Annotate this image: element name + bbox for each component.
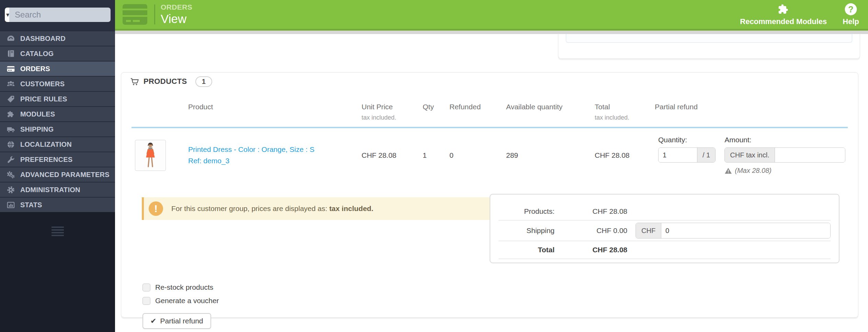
previous-panel-cutoff — [558, 34, 860, 59]
sidebar-menu: DASHBOARD CATALOG ORDERS CUSTOMERS PRICE… — [0, 31, 115, 212]
products-panel-title: PRODUCTS — [144, 77, 187, 86]
dashboard-icon — [5, 34, 16, 43]
sidebar-item-label: CATALOG — [20, 50, 54, 58]
sidebar-item-modules[interactable]: MODULES — [0, 106, 115, 121]
truck-icon — [5, 125, 16, 134]
refund-quantity-block: Quantity: / 1 — [658, 136, 716, 175]
dress-model-image — [140, 141, 160, 169]
help-button[interactable]: ? Help — [843, 3, 859, 26]
bar-chart-icon — [5, 200, 16, 209]
search-caret-icon: ▾ — [6, 11, 9, 19]
tax-warning-alert: ! For this customer group, prices are di… — [142, 197, 490, 220]
products-panel-header: PRODUCTS 1 — [121, 73, 858, 90]
sidebar-item-label: DASHBOARD — [20, 35, 66, 43]
table-header-row: Product Unit Price tax included. Qty Ref… — [132, 90, 848, 128]
refund-options: Re-stock products Generate a voucher — [142, 283, 848, 305]
shipping-currency-addon: CHF — [636, 223, 661, 238]
products-panel: PRODUCTS 1 Product Unit Price tax includ… — [121, 72, 858, 318]
check-icon: ✔ — [150, 317, 157, 325]
refund-amount-addon: CHF tax incl. — [725, 148, 775, 162]
svg-text:?: ? — [848, 4, 853, 14]
sidebar-item-advanced-parameters[interactable]: ADVANCED PARAMETERS — [0, 167, 115, 182]
summary-zone: ! For this customer group, prices are di… — [132, 180, 848, 263]
col-available-quantity: Available quantity — [506, 103, 595, 121]
customers-icon — [5, 79, 16, 88]
voucher-option: Generate a voucher — [142, 297, 848, 305]
sidebar-item-shipping[interactable]: SHIPPING — [0, 121, 115, 136]
col-qty: Qty — [423, 103, 449, 121]
restock-label: Re-stock products — [155, 283, 213, 291]
tag-icon — [5, 95, 16, 103]
book-icon — [5, 49, 16, 58]
qty-value: 1 — [423, 151, 449, 159]
refund-quantity-label: Quantity: — [658, 136, 716, 144]
total-note: tax included. — [595, 114, 655, 121]
voucher-checkbox[interactable] — [142, 297, 150, 305]
refund-amount-group: CHF tax incl. — [724, 147, 845, 163]
product-ref-link[interactable]: Ref: demo_3 — [188, 155, 362, 167]
refund-quantity-input[interactable] — [659, 148, 697, 162]
sidebar-item-label: PRICE RULES — [20, 95, 67, 103]
info-box-cutoff — [566, 34, 852, 43]
sidebar-item-administration[interactable]: ADMINISTRATION — [0, 182, 115, 197]
product-thumbnail[interactable] — [135, 140, 166, 171]
sidebar-item-label: ORDERS — [20, 65, 50, 73]
restock-checkbox[interactable] — [142, 284, 150, 291]
puzzle-icon — [5, 110, 16, 119]
refunded-value: 0 — [449, 151, 506, 159]
product-thumb-cell — [132, 140, 188, 171]
partial-refund-button[interactable]: ✔ Partial refund — [142, 313, 211, 329]
shipping-refund-input[interactable] — [661, 223, 830, 238]
available-quantity-value: 289 — [506, 151, 595, 159]
sidebar-item-preferences[interactable]: PREFERENCES — [0, 152, 115, 167]
sidebar-item-dashboard[interactable]: DASHBOARD — [0, 31, 115, 46]
unit-price-note: tax included. — [362, 114, 423, 121]
gears-icon — [5, 170, 16, 179]
header-actions: Recommended Modules ? Help — [740, 3, 868, 26]
refund-amount-block: Amount: CHF tax incl. (Max 28.08) — [724, 136, 845, 175]
help-icon: ? — [844, 3, 858, 16]
table-row: Printed Dress - Color : Orange, Size : S… — [132, 128, 848, 180]
searchbar: ▾ — [5, 8, 111, 22]
sidebar-item-price-rules[interactable]: PRICE RULES — [0, 91, 115, 106]
credit-card-icon — [5, 64, 16, 73]
sidebar-item-label: STATS — [20, 201, 42, 209]
refund-amount-label: Amount: — [724, 136, 845, 144]
restock-option: Re-stock products — [142, 283, 848, 291]
products-total-value: CHF 28.08 — [555, 207, 627, 215]
sidebar-item-stats[interactable]: STATS — [0, 197, 115, 212]
refund-quantity-max-addon: / 1 — [697, 148, 715, 162]
sidebar-item-catalog[interactable]: CATALOG — [0, 46, 115, 61]
totals-shipping-row: Shipping CHF 0.00 CHF — [499, 221, 831, 241]
search-input[interactable] — [9, 8, 111, 22]
col-thumb — [132, 103, 188, 121]
sidebar-collapse-icon[interactable] — [51, 226, 65, 236]
totals-total-row: Total CHF 28.08 — [499, 241, 831, 259]
sidebar-item-customers[interactable]: CUSTOMERS — [0, 76, 115, 91]
order-totals-box: Products: CHF 28.08 Shipping CHF 0.00 CH… — [490, 194, 840, 263]
unit-price-value: CHF 28.08 — [362, 151, 423, 159]
sidebar-item-label: LOCALIZATION — [20, 141, 72, 148]
recommended-modules-button[interactable]: Recommended Modules — [740, 3, 827, 26]
col-refunded: Refunded — [449, 103, 506, 121]
sidebar-item-label: SHIPPING — [20, 125, 54, 133]
voucher-label: Generate a voucher — [155, 297, 219, 305]
product-name-link[interactable]: Printed Dress - Color : Orange, Size : S — [188, 144, 362, 155]
totals-products-row: Products: CHF 28.08 — [499, 203, 831, 221]
header-title-block: ORDERS View — [161, 3, 192, 26]
shipping-label: Shipping — [499, 226, 555, 235]
total-value: CHF 28.08 — [595, 151, 655, 159]
partial-refund-button-label: Partial refund — [160, 317, 203, 325]
recommended-modules-label: Recommended Modules — [740, 17, 827, 26]
sidebar-item-label: PREFERENCES — [20, 156, 72, 164]
refund-amount-input[interactable] — [775, 148, 845, 162]
product-cell: Printed Dress - Color : Orange, Size : S… — [188, 144, 362, 166]
sidebar-item-localization[interactable]: LOCALIZATION — [0, 136, 115, 152]
col-unit-price: Unit Price tax included. — [362, 103, 423, 121]
col-product: Product — [188, 103, 362, 121]
search-scope-button[interactable]: ▾ — [5, 8, 9, 22]
globe-icon — [5, 140, 16, 149]
warning-triangle-icon — [724, 167, 732, 174]
sidebar-item-orders[interactable]: ORDERS — [0, 61, 115, 76]
gear-icon — [5, 185, 16, 194]
